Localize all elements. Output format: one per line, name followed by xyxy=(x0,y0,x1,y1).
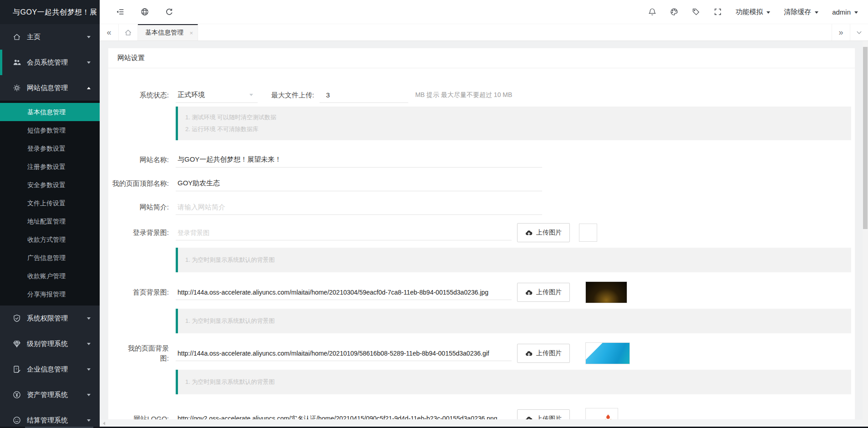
site-intro-input[interactable] xyxy=(176,199,542,215)
function-sim-dropdown[interactable]: 功能模拟 xyxy=(736,8,770,16)
upload-cloud-icon xyxy=(525,350,533,357)
upload-button-label: 上传图片 xyxy=(536,229,562,237)
sidebar-item-home[interactable]: 主页 xyxy=(0,24,100,50)
max-upload-label: 最大文件上传: xyxy=(271,91,314,100)
theme-palette-icon[interactable] xyxy=(670,8,678,16)
login-bg-upload-button[interactable]: 上传图片 xyxy=(517,223,570,242)
vertical-scrollbar-thumb[interactable] xyxy=(863,47,868,229)
home-bg-preview[interactable] xyxy=(585,281,627,303)
row-my-page-title: 我的页面顶部名称: xyxy=(108,176,855,191)
submenu-item-register-params[interactable]: 注册参数设置 xyxy=(0,158,100,176)
user-dropdown[interactable]: admin xyxy=(832,8,858,16)
bell-icon[interactable] xyxy=(648,8,656,16)
submenu-item-file-upload[interactable]: 文件上传设置 xyxy=(0,194,100,212)
tab-menu-chevron-button[interactable] xyxy=(850,24,868,41)
sidebar-item-label: 主页 xyxy=(27,33,87,41)
sidebar-item-assets[interactable]: 资产管理系统 xyxy=(0,382,100,408)
max-upload-input[interactable] xyxy=(320,87,408,103)
sidebar-item-permissions[interactable]: 系统权限管理 xyxy=(0,306,100,331)
submenu-item-security-params[interactable]: 安全参数设置 xyxy=(0,176,100,194)
submenu-item-login-params[interactable]: 登录参数设置 xyxy=(0,139,100,158)
home-bg-note: 1. 为空时则显示系统默认的背景图 xyxy=(176,309,851,333)
row-login-bg: 登录背景图: 上传图片 xyxy=(108,223,855,242)
max-upload-hint: MB 提示 最大尽量不要超过 10 MB xyxy=(415,91,512,99)
page-bg-preview[interactable] xyxy=(585,342,630,364)
sidebar-item-label: 系统权限管理 xyxy=(27,314,87,323)
submenu-item-payment-accounts[interactable]: 收款账户管理 xyxy=(0,267,100,285)
document-icon: ? xyxy=(13,365,21,373)
sidebar-item-members[interactable]: 会员系统管理 xyxy=(0,50,100,75)
tab-basic-info[interactable]: 基本信息管理 × xyxy=(138,24,198,41)
vertical-scrollbar[interactable] xyxy=(863,41,868,427)
page-bg-upload-button[interactable]: 上传图片 xyxy=(517,344,570,363)
login-bg-label: 登录背景图: xyxy=(108,228,169,238)
home-icon xyxy=(13,33,21,41)
caret-down-icon xyxy=(87,317,91,320)
home-bg-upload-button[interactable]: 上传图片 xyxy=(517,283,570,302)
caret-up-icon xyxy=(87,87,91,89)
sidebar: 与GOY一起共创梦想！展 主页 会员系统管理 网站信息管理 基本信息管理 短信参… xyxy=(0,0,100,428)
site-logo-input[interactable] xyxy=(176,411,512,420)
upload-cloud-icon xyxy=(525,229,533,236)
tabbar: « 基本信息管理 × » xyxy=(100,24,868,41)
refresh-icon[interactable] xyxy=(165,8,173,16)
note-line: 2. 运行环境 不可清除数据库 xyxy=(185,123,844,135)
tab-close-icon[interactable]: × xyxy=(189,30,193,36)
site-logo-upload-button[interactable]: 上传图片 xyxy=(517,409,570,420)
tab-home-button[interactable] xyxy=(119,24,138,41)
submenu-item-sms-params[interactable]: 短信参数管理 xyxy=(0,121,100,139)
system-status-value: 正式环境 xyxy=(178,91,205,99)
site-settings-card: 网站设置 系统状态: 正式环境 最大文件上传: MB 提示 最大尽量不要超过 1… xyxy=(108,48,855,420)
sidebar-item-label: 会员系统管理 xyxy=(27,58,87,67)
submenu-item-share-poster[interactable]: 分享海报管理 xyxy=(0,285,100,303)
system-status-select[interactable]: 正式环境 xyxy=(176,87,258,103)
sidebar-item-levels[interactable]: 级别管理系统 xyxy=(0,331,100,357)
submenu-item-address-config[interactable]: 地址配置管理 xyxy=(0,212,100,230)
site-name-input[interactable] xyxy=(176,152,542,168)
horizontal-scrollbar[interactable] xyxy=(100,420,863,427)
submenu-item-basic-info[interactable]: 基本信息管理 xyxy=(0,103,100,121)
submenu-item-payment-methods[interactable]: 收款方式管理 xyxy=(0,230,100,249)
collapse-menu-icon[interactable] xyxy=(116,8,124,16)
row-page-bg: 我的页面背景 图: 上传图片 xyxy=(108,342,855,364)
caret-down-icon xyxy=(854,11,858,14)
site-logo-image xyxy=(602,413,614,420)
tag-icon[interactable] xyxy=(692,8,700,16)
caret-down-icon xyxy=(87,36,91,38)
gear-icon xyxy=(13,84,21,92)
upload-button-label: 上传图片 xyxy=(536,288,562,296)
note-line: 1. 测试环境 可以随时清空测试数据 xyxy=(185,112,844,123)
caret-down-icon xyxy=(87,394,91,396)
site-logo-preview[interactable] xyxy=(585,408,618,420)
tab-label: 基本信息管理 xyxy=(145,29,183,37)
login-bg-input[interactable] xyxy=(176,225,512,240)
tab-scroll-right-button[interactable]: » xyxy=(832,24,850,41)
sidebar-item-settlement[interactable]: 结算管理系统 xyxy=(0,408,100,428)
topbar-left-icons xyxy=(100,8,173,16)
system-status-note: 1. 测试环境 可以随时清空测试数据 2. 运行环境 不可清除数据库 xyxy=(176,107,851,140)
sidebar-item-enterprise[interactable]: ? 企业信息管理 xyxy=(0,357,100,382)
fullscreen-icon[interactable] xyxy=(714,8,722,16)
sidebar-item-label: 级别管理系统 xyxy=(27,340,87,348)
function-sim-label: 功能模拟 xyxy=(736,8,763,16)
sidebar-item-site-info[interactable]: 网站信息管理 xyxy=(0,75,100,101)
login-bg-preview[interactable] xyxy=(579,224,597,242)
site-settings-form: 系统状态: 正式环境 最大文件上传: MB 提示 最大尽量不要超过 10 MB … xyxy=(108,68,855,420)
page-bg-input[interactable] xyxy=(176,346,512,361)
scroll-left-arrow-icon[interactable] xyxy=(103,422,105,425)
tab-scroll-left-button[interactable]: « xyxy=(100,24,119,41)
home-bg-label: 首页背景图: xyxy=(108,287,169,297)
globe-icon[interactable] xyxy=(141,8,149,16)
row-site-logo: 网站LOGO: 上传图片 xyxy=(108,408,855,420)
login-bg-note: 1. 为空时则显示系统默认的背景图 xyxy=(176,248,851,272)
page-bg-label: 我的页面背景 图: xyxy=(122,343,169,363)
my-page-title-label: 我的页面顶部名称: xyxy=(108,178,169,189)
my-page-title-input[interactable] xyxy=(176,176,542,191)
clear-cache-dropdown[interactable]: 清除缓存 xyxy=(784,8,818,16)
submenu-item-ad-info[interactable]: 广告信息管理 xyxy=(0,249,100,267)
sidebar-item-label: 资产管理系统 xyxy=(27,391,87,399)
home-bg-input[interactable] xyxy=(176,285,512,300)
page-title: 网站设置 xyxy=(108,48,855,68)
smiley-icon xyxy=(13,416,21,424)
row-site-name: 网站名称: xyxy=(108,152,855,168)
